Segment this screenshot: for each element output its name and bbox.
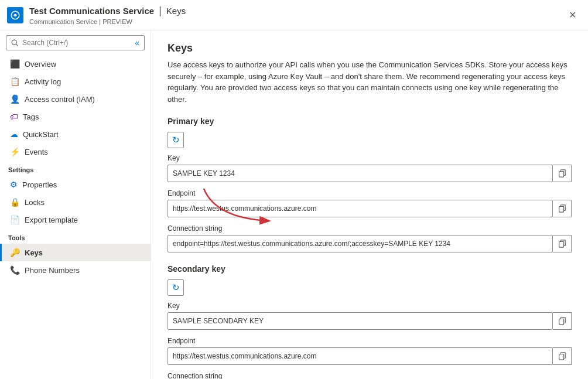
secondary-key-row: [167, 312, 572, 330]
primary-endpoint-row: [167, 200, 572, 217]
service-icon: [7, 7, 23, 23]
secondary-key-title: Secondary key: [167, 264, 572, 274]
sidebar-item-phone-numbers[interactable]: 📞 Phone Numbers: [0, 261, 151, 279]
sidebar-label-tags: Tags: [23, 112, 39, 121]
secondary-endpoint-row: [167, 347, 572, 365]
sidebar-item-activity-log[interactable]: 📋 Activity log: [0, 73, 151, 90]
primary-key-input[interactable]: [167, 165, 553, 182]
events-icon: ⚡: [10, 147, 20, 156]
secondary-endpoint-copy-button[interactable]: [553, 347, 572, 365]
keys-icon: 🔑: [10, 248, 20, 257]
page-title: Keys: [167, 42, 572, 54]
svg-rect-7: [559, 207, 563, 213]
primary-refresh-button[interactable]: ↻: [167, 132, 184, 148]
secondary-key-label: Key: [167, 302, 572, 310]
main-layout: « ⬛ Overview 📋 Activity log 👤 Access con…: [0, 30, 588, 379]
svg-rect-13: [559, 354, 563, 360]
primary-key-label: Key: [167, 154, 572, 162]
sidebar-label-locks: Locks: [25, 198, 45, 207]
properties-icon: ⚙: [10, 180, 18, 189]
sidebar-item-quickstart[interactable]: ☁ QuickStart: [0, 125, 151, 143]
sidebar-label-overview: Overview: [25, 60, 56, 69]
export-icon: 📄: [10, 215, 20, 224]
sidebar-item-tags[interactable]: 🏷 Tags: [0, 108, 151, 125]
secondary-connstring-label: Connection string: [167, 372, 572, 379]
primary-connstring-label: Connection string: [167, 224, 572, 233]
sidebar-item-locks[interactable]: 🔒 Locks: [0, 193, 151, 211]
sidebar-item-export-template[interactable]: 📄 Export template: [0, 211, 151, 228]
secondary-endpoint-label: Endpoint: [167, 337, 572, 345]
svg-rect-9: [559, 242, 563, 248]
secondary-refresh-button[interactable]: ↻: [167, 279, 184, 296]
collapse-button[interactable]: «: [135, 38, 139, 47]
sidebar-item-access-control[interactable]: 👤 Access control (IAM): [0, 90, 151, 108]
refresh-icon: ↻: [172, 135, 180, 145]
sidebar-label-access: Access control (IAM): [25, 95, 95, 104]
sidebar-item-events[interactable]: ⚡ Events: [0, 143, 151, 161]
copy-icon: [558, 317, 566, 325]
primary-connstring-row: [167, 235, 572, 252]
search-input[interactable]: [22, 39, 131, 47]
secondary-key-section: Secondary key ↻ Key Endpoint: [167, 264, 572, 379]
title-info: Test Communications Service | Keys Commu…: [29, 5, 186, 25]
sidebar: « ⬛ Overview 📋 Activity log 👤 Access con…: [0, 30, 151, 379]
sidebar-label-activity: Activity log: [25, 77, 61, 86]
primary-connstring-copy-button[interactable]: [553, 235, 572, 252]
primary-endpoint-label: Endpoint: [167, 189, 572, 197]
activity-icon: 📋: [10, 77, 20, 86]
primary-endpoint-input[interactable]: [167, 200, 553, 217]
locks-icon: 🔒: [10, 197, 20, 207]
primary-key-title: Primary key: [167, 117, 572, 126]
page-description: Use access keys to authorize your API ca…: [167, 59, 572, 105]
secondary-key-input[interactable]: [167, 312, 553, 330]
copy-icon: [558, 240, 566, 248]
primary-key-copy-button[interactable]: [553, 165, 572, 182]
sidebar-label-keys: Keys: [25, 248, 43, 257]
sidebar-label-quickstart: QuickStart: [23, 130, 59, 139]
sidebar-label-events: Events: [25, 148, 48, 156]
primary-connstring-input[interactable]: [167, 235, 553, 252]
svg-rect-5: [559, 172, 563, 177]
sidebar-label-export: Export template: [25, 216, 78, 224]
secondary-refresh-icon: ↻: [172, 282, 180, 293]
sidebar-item-overview[interactable]: ⬛ Overview: [0, 55, 151, 73]
content-area: Keys Use access keys to authorize your A…: [151, 30, 588, 379]
secondary-key-copy-button[interactable]: [553, 312, 572, 330]
phone-icon: 📞: [10, 265, 20, 275]
sidebar-label-phone: Phone Numbers: [25, 266, 80, 275]
page-name: Keys: [166, 6, 186, 16]
title-bar-left: Test Communications Service | Keys Commu…: [7, 5, 186, 25]
close-button[interactable]: ✕: [564, 7, 581, 23]
service-name: Test Communications Service: [29, 6, 154, 16]
overview-icon: ⬛: [10, 59, 20, 69]
sidebar-item-keys[interactable]: 🔑 Keys: [0, 244, 151, 261]
tags-icon: 🏷: [10, 112, 18, 121]
title-bar: Test Communications Service | Keys Commu…: [0, 0, 588, 30]
primary-key-section: Primary key ↻ Key Endpoint: [167, 117, 572, 252]
svg-rect-11: [559, 319, 563, 325]
svg-point-1: [12, 40, 16, 45]
quickstart-icon: ☁: [10, 129, 18, 139]
copy-icon: [558, 169, 566, 177]
copy-icon: [558, 352, 566, 360]
subtitle: Communication Service | PREVIEW: [29, 18, 186, 25]
access-icon: 👤: [10, 94, 20, 104]
svg-line-2: [16, 44, 18, 46]
title-separator: |: [159, 5, 162, 17]
search-icon: [11, 39, 19, 47]
search-bar[interactable]: «: [6, 35, 145, 50]
sidebar-item-properties[interactable]: ⚙ Properties: [0, 176, 151, 193]
settings-section-label: Settings: [0, 161, 151, 176]
copy-icon: [558, 204, 566, 213]
primary-key-row: [167, 165, 572, 182]
secondary-endpoint-input[interactable]: [167, 347, 553, 365]
tools-section-label: Tools: [0, 228, 151, 244]
sidebar-label-properties: Properties: [22, 180, 57, 189]
primary-endpoint-copy-button[interactable]: [553, 200, 572, 217]
